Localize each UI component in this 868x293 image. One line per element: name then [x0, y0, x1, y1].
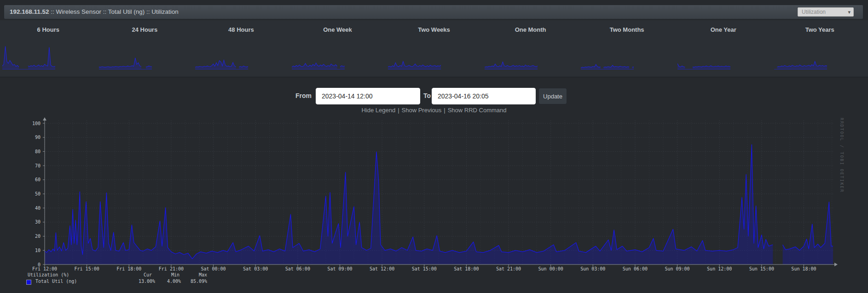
period-tabs: 6 Hours24 Hours48 HoursOne WeekTwo Weeks…	[0, 20, 868, 77]
tab-label: One Week	[289, 26, 386, 33]
svg-text:Sat 00:00: Sat 00:00	[201, 266, 226, 271]
svg-text:Fri 15:00: Fri 15:00	[75, 266, 99, 271]
svg-text:Fri 18:00: Fri 18:00	[116, 266, 141, 271]
tab-label: Two Weeks	[386, 26, 482, 33]
link-separator: |	[398, 107, 399, 114]
graph-type-value: Utilization	[802, 9, 826, 15]
show-previous-link[interactable]: Show Previous	[402, 107, 442, 114]
svg-text:Sat 15:00: Sat 15:00	[412, 266, 437, 271]
svg-text:90: 90	[35, 135, 41, 140]
from-date-input[interactable]	[316, 88, 420, 104]
tab-preview-graph	[2, 45, 55, 70]
tab-preview-graph	[581, 45, 634, 70]
svg-text:40: 40	[35, 206, 41, 211]
svg-text:Sat 03:00: Sat 03:00	[243, 266, 268, 271]
legend-title: Utilization (%)	[28, 272, 69, 277]
svg-text:Sat 18:00: Sat 18:00	[454, 266, 479, 271]
to-label: To	[422, 92, 431, 99]
tab-preview-graph	[195, 45, 248, 70]
svg-text:0: 0	[38, 262, 41, 267]
page-title: 192.168.11.52 :: Wireless Sensor :: Tota…	[10, 5, 179, 19]
from-label: From	[290, 92, 312, 99]
svg-text:100: 100	[32, 121, 41, 126]
link-separator: |	[444, 107, 445, 114]
tab-label: Two Years	[772, 26, 868, 33]
legend-col-cur: Cur	[129, 272, 152, 277]
legend-max-value: 85.09%	[178, 279, 207, 284]
rrd-graph-page: 192.168.11.52 :: Wireless Sensor :: Tota…	[0, 0, 868, 293]
legend-col-max: Max	[185, 272, 207, 277]
svg-text:10: 10	[35, 248, 41, 253]
svg-text:60: 60	[35, 177, 41, 182]
series-color-swatch	[26, 280, 31, 285]
tab-6-hours[interactable]: 6 Hours	[0, 20, 97, 77]
tab-label: 6 Hours	[0, 26, 97, 33]
tab-preview-graph	[292, 45, 345, 70]
header-bar: 192.168.11.52 :: Wireless Sensor :: Tota…	[4, 5, 863, 19]
tab-one-week[interactable]: One Week	[289, 20, 386, 77]
tab-one-month[interactable]: One Month	[482, 20, 579, 77]
tab-label: One Year	[675, 26, 772, 33]
svg-text:Fri 21:00: Fri 21:00	[159, 266, 184, 271]
tab-preview-graph	[388, 45, 441, 70]
update-button[interactable]: Update	[538, 88, 567, 104]
svg-text:20: 20	[35, 234, 41, 239]
svg-text:Sun 09:00: Sun 09:00	[665, 266, 689, 271]
tab-two-years[interactable]: Two Years	[772, 20, 868, 77]
svg-text:Sun 12:00: Sun 12:00	[707, 266, 732, 271]
tab-one-year[interactable]: One Year	[675, 20, 772, 77]
tab-two-weeks[interactable]: Two Weeks	[386, 20, 482, 77]
hide-legend-link[interactable]: Hide Legend	[361, 107, 395, 114]
svg-text:70: 70	[35, 163, 41, 168]
svg-text:Sun 06:00: Sun 06:00	[623, 266, 648, 271]
svg-text:Sat 12:00: Sat 12:00	[370, 266, 394, 271]
svg-text:Sun 15:00: Sun 15:00	[749, 266, 774, 271]
tab-label: Two Months	[579, 26, 675, 33]
legend-series-label: Total Util (ng)	[35, 279, 77, 284]
legend-col-min: Min	[158, 272, 179, 277]
svg-text:Sat 09:00: Sat 09:00	[327, 266, 352, 271]
show-rrd-command-link[interactable]: Show RRD Command	[448, 107, 507, 114]
tab-two-months[interactable]: Two Months	[579, 20, 675, 77]
svg-text:Sun 03:00: Sun 03:00	[580, 266, 605, 271]
chevron-down-icon: ▾	[848, 8, 851, 16]
rrdtool-watermark: RRDTOOL / TOBI OETIKER	[839, 118, 844, 193]
tab-preview-graph	[485, 45, 538, 70]
tab-label: One Month	[482, 26, 579, 33]
svg-text:Sat 21:00: Sat 21:00	[496, 266, 521, 271]
tab-label: 48 Hours	[193, 26, 289, 33]
svg-text:Sat 06:00: Sat 06:00	[285, 266, 310, 271]
legend-min-value: 4.00%	[152, 279, 181, 284]
svg-text:30: 30	[35, 219, 41, 224]
svg-text:Fri 12:00: Fri 12:00	[32, 266, 57, 271]
tab-24-hours[interactable]: 24 Hours	[97, 20, 193, 77]
tab-48-hours[interactable]: 48 Hours	[193, 20, 289, 77]
svg-text:Sun 00:00: Sun 00:00	[538, 266, 563, 271]
tab-preview-graph	[99, 45, 152, 70]
page-title-path: :: Wireless Sensor :: Total Util (ng) ::…	[51, 8, 178, 15]
to-date-input[interactable]	[432, 88, 536, 104]
tab-preview-graph	[774, 45, 827, 70]
graph-type-select[interactable]: Utilization ▾	[798, 7, 854, 17]
svg-text:80: 80	[35, 149, 41, 154]
graph-links: Hide Legend|Show Previous|Show RRD Comma…	[0, 107, 868, 114]
device-ip: 192.168.11.52	[10, 8, 49, 15]
tab-label: 24 Hours	[97, 26, 193, 33]
svg-text:50: 50	[35, 191, 41, 196]
svg-text:Sun 18:00: Sun 18:00	[791, 266, 816, 271]
tab-preview-graph	[677, 45, 730, 70]
legend-cur-value: 13.00%	[126, 279, 155, 284]
utilization-graph: Fri 12:00Fri 15:00Fri 18:00Fri 21:00Sat …	[0, 115, 868, 274]
